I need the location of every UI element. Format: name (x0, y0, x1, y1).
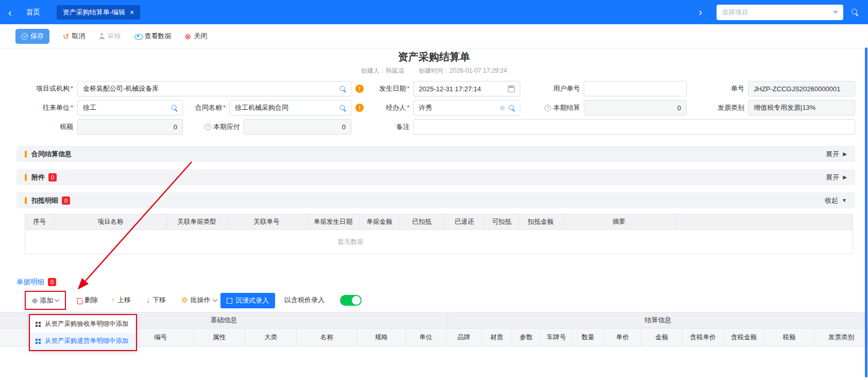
view-data-label: 查看数据 (145, 31, 172, 41)
tab-home[interactable]: 首页 (26, 8, 40, 17)
section-accent (25, 197, 27, 204)
doc-no-input: JHZP-ZCCGJS20260000001 (748, 81, 855, 96)
col-header: 已退还 (445, 214, 485, 229)
col-header: 参数 (512, 328, 541, 346)
clear-icon[interactable]: ⊗ (499, 104, 505, 111)
delete-button[interactable]: 删除 (76, 292, 98, 308)
user-no-label: 用户单号 (526, 81, 580, 96)
col-header: 材质 (482, 328, 512, 346)
grid-icon (36, 322, 41, 327)
deduction-table: 序号 项目名称 关联单据类型 关联单号 单据发生日期 单据金额 已扣抵 已退还 … (25, 214, 853, 254)
save-button[interactable]: 保存 (15, 29, 49, 44)
cancel-button[interactable]: ↺ 取消 (63, 31, 86, 41)
asset-purchase-settlement-page: ‹ 首页 资产采购结算单-编辑 × › 选择项目 保存 ↺ 取消 审核 (0, 0, 868, 380)
lookup-search-icon[interactable] (509, 105, 515, 111)
menu-item-add-from-return[interactable]: 从资产采购退货单明细中添加 (30, 333, 135, 350)
creator-info: 创建人：韩延温 (361, 67, 404, 75)
operator-input[interactable]: 许秀 ⊗ (413, 100, 520, 115)
menu-item-label: 从资产采购验收单明细中添加 (45, 320, 129, 328)
grid-icon (36, 339, 41, 344)
menu-item-add-from-acceptance[interactable]: 从资产采购验收单明细中添加 (30, 316, 135, 333)
person-icon (99, 33, 105, 39)
col-header: 单位 (406, 328, 446, 346)
col-header: 数量 (572, 328, 604, 346)
operator-label: 经办人* (366, 100, 410, 115)
audit-button[interactable]: 审核 (99, 31, 121, 41)
batch-operation-button[interactable]: ⚙ 批操作 (181, 292, 217, 308)
col-header: 扣抵金额 (519, 214, 563, 229)
col-header: 关联单据类型 (167, 214, 227, 229)
vendor-input[interactable]: 徐工 (77, 100, 183, 115)
tax-price-toggle[interactable] (340, 295, 362, 306)
section-contract-settle[interactable]: 合同结算信息 展开 ▶ (16, 146, 855, 162)
section-title: 扣抵明细 (31, 196, 58, 205)
period-settle-label: ? 本期结算 (519, 100, 580, 115)
tax-input: 0 (77, 119, 183, 135)
close-button[interactable]: ⊗ 关闭 (185, 31, 208, 41)
date-input[interactable]: 2025-12-31 17:27:14 (413, 81, 520, 96)
col-header: 品牌 (446, 328, 482, 346)
expand-toggle[interactable]: 展开 (826, 150, 839, 159)
delete-label: 删除 (84, 295, 98, 305)
close-circle-icon: ⊗ (185, 32, 192, 40)
group-header-settle: 结算信息 (448, 312, 868, 328)
immersive-entry-button[interactable]: 沉浸式录入 (220, 293, 275, 308)
vendor-label: 往来单位* (14, 100, 73, 115)
remark-input[interactable] (413, 119, 855, 135)
arrow-down-icon: ↓ (146, 296, 150, 304)
col-header: 单据发生日期 (307, 214, 360, 229)
col-header: 单价 (604, 328, 641, 346)
doc-meta: 创建人：韩延温 创建时间：2026-01-07 17:29:24 (0, 67, 868, 75)
period-settle-input: 0 (584, 100, 687, 115)
col-header: 摘要 (563, 214, 676, 229)
undo-icon: ↺ (63, 32, 70, 40)
calendar-icon[interactable] (508, 86, 515, 92)
add-button[interactable]: ⊕ 添加 (32, 296, 59, 305)
move-up-button[interactable]: ↑ 上移 (111, 292, 131, 308)
add-label: 添加 (40, 296, 53, 305)
expand-toggle[interactable]: 展开 (826, 173, 839, 182)
user-no-input[interactable] (584, 81, 687, 96)
menu-item-label: 从资产采购退货单明细中添加 (45, 337, 129, 345)
collapse-toggle[interactable]: 收起 (825, 196, 838, 205)
close-label: 关闭 (194, 31, 207, 41)
project-select[interactable]: 选择项目 (717, 5, 843, 20)
annotation-box-add: ⊕ 添加 (25, 291, 66, 310)
count-badge: 0 (62, 196, 70, 205)
col-header: 项目名称 (54, 214, 167, 229)
move-up-label: 上移 (117, 295, 131, 305)
move-down-button[interactable]: ↓ 下移 (146, 292, 166, 308)
col-header: 金额 (641, 328, 683, 346)
col-header: 规格 (358, 328, 406, 346)
project-select-placeholder: 选择项目 (722, 8, 833, 17)
vertical-scrollbar[interactable] (865, 47, 867, 377)
page-title: 资产采购结算单 (0, 50, 868, 64)
org-input[interactable]: 金桥装配公司-机械设备库 (77, 81, 351, 96)
col-header: 大类 (245, 328, 297, 346)
tax-entry-label: 以含税价录入 (284, 292, 325, 308)
deduction-table-body: 暂无数据 (25, 230, 853, 254)
col-header: 关联单号 (227, 214, 307, 229)
lookup-search-icon[interactable] (340, 105, 346, 111)
batch-label: 批操作 (191, 295, 211, 305)
save-check-icon (21, 33, 28, 40)
col-header: 单据金额 (360, 214, 400, 229)
chevron-down-icon (833, 11, 838, 14)
tab-active-settlement-edit[interactable]: 资产采购结算单-编辑 × (57, 5, 141, 20)
tab-close-icon[interactable]: × (130, 9, 134, 16)
back-icon[interactable]: ‹ (8, 7, 12, 18)
section-attachments[interactable]: 附件 0 展开 ▶ (16, 169, 855, 185)
deduction-table-header: 序号 项目名称 关联单据类型 关联单号 单据发生日期 单据金额 已扣抵 已退还 … (25, 214, 853, 230)
contract-input[interactable]: 徐工机械采购合同 (229, 100, 351, 115)
lookup-search-icon[interactable] (340, 86, 346, 92)
section-deduction[interactable]: 扣抵明细 0 收起 ▼ (16, 192, 855, 208)
forward-icon[interactable]: › (699, 6, 702, 18)
section-title: 附件 (31, 173, 45, 182)
warning-icon: ! (355, 85, 364, 93)
expand-arrow-icon: ▶ (843, 174, 847, 180)
search-icon[interactable] (852, 9, 859, 16)
invoice-type-label: 发票类别 (693, 100, 744, 115)
view-data-button[interactable]: 查看数据 (134, 31, 172, 41)
tax-label: 税额 (14, 119, 73, 135)
col-header: 序号 (25, 214, 54, 229)
